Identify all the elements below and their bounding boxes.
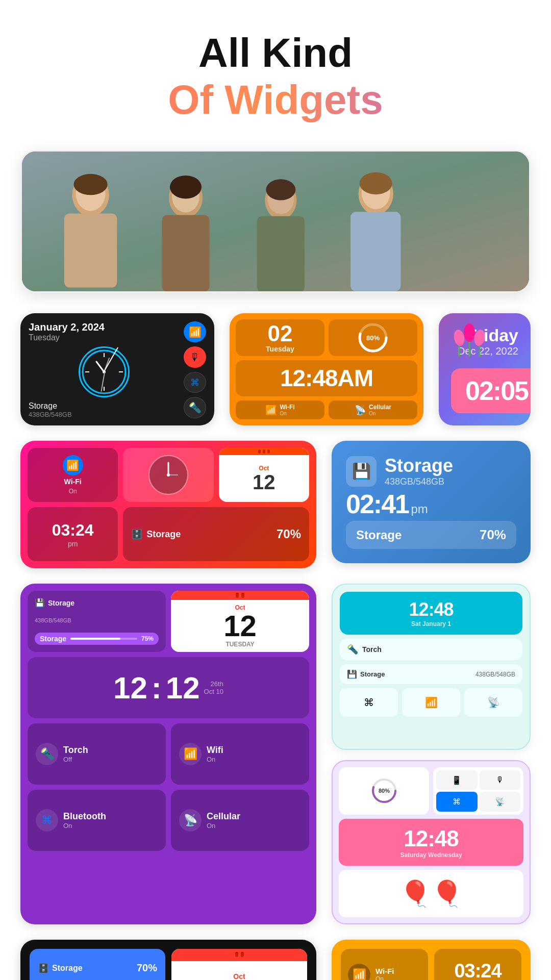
wifi-icon[interactable]: 📶 <box>184 321 206 342</box>
row-2: 📶 Wi-Fi On <box>20 441 531 568</box>
svg-point-46 <box>473 329 486 347</box>
orange-time-display: 12:48AM <box>236 360 417 397</box>
pink-cal-num: 12 <box>253 472 276 492</box>
svg-rect-19 <box>162 215 209 291</box>
pm-icon-1[interactable]: 📱 <box>436 770 478 790</box>
svg-point-44 <box>453 329 465 347</box>
purple-storage-pct: 75% <box>141 635 154 642</box>
black-storage-label: Storage <box>52 964 83 973</box>
purple-storage-label: Storage <box>48 599 74 607</box>
teal-wifi-btn[interactable]: 📶 <box>402 688 460 717</box>
ob-wifi-label: Wi-Fi <box>375 967 394 975</box>
podcast-icon[interactable]: 🎙 <box>184 346 206 367</box>
orange-wifi-label: Wi-Fi <box>280 404 294 411</box>
teal-bluetooth-btn[interactable]: ⌘ <box>340 688 398 717</box>
purple-torch-label: Torch <box>63 745 88 756</box>
orange-cellular-label: Cellular <box>369 404 391 411</box>
tulip-decoration <box>449 318 490 359</box>
teal-podcast-btn[interactable]: 📡 <box>464 688 522 717</box>
pink-ampm: pm <box>68 540 78 548</box>
orange-cellular-status: On <box>369 411 391 416</box>
header: All Kind Of Widgets <box>20 31 531 124</box>
purple-calendar: Oct 12 TUESDAY <box>171 591 309 652</box>
teal-torch-row[interactable]: 🔦 Torch <box>340 639 522 660</box>
right-mini-column: 12:48 Sat January 1 🔦 Torch 💾 Storage 43… <box>332 584 531 924</box>
storage-value: 438GB/548GB <box>29 411 180 418</box>
torch-icon[interactable]: 🔦 <box>184 397 206 418</box>
purple-bluetooth-cell[interactable]: ⌘ Bluetooth On <box>28 790 166 851</box>
widget-orange-bottom: 📶 Wi-Fi On 03:24 pm 📡 Cellular On <box>332 940 531 980</box>
svg-point-45 <box>464 323 475 342</box>
teal-time-row: 12:48 Sat January 1 <box>340 592 522 635</box>
svg-point-37 <box>103 370 106 373</box>
orange-bottom-time: 03:24 pm <box>434 949 521 980</box>
storage-label: Storage <box>29 401 180 411</box>
bluetooth-icon[interactable]: ⌘ <box>184 372 206 393</box>
orange-wifi-status: On <box>280 411 294 416</box>
blue-storage-label: Storage <box>356 528 402 542</box>
orange-wifi-chip[interactable]: 📶 Wi-Fi On <box>236 400 324 419</box>
blue-storage-top: 💾 Storage 438GB/548GB <box>346 455 516 487</box>
clock-day: Tuesday <box>29 333 180 342</box>
purple-bluetooth-status: On <box>63 822 106 830</box>
widget-black-bottom: 🗄️ Storage 70% Oct 12 TUESDAY <box>20 940 316 980</box>
pink-calendar-cell: Oct 12 <box>219 448 309 502</box>
widget-purple-flower: Friday Dec 22, 2022 02:05 <box>439 313 531 425</box>
pm-big-time: 12:48 <box>404 826 459 851</box>
pm-battery-cell: 80% <box>339 767 429 815</box>
pink-time-cell: 03:24 pm <box>28 507 118 561</box>
orange-cellular-chip[interactable]: 📡 Cellular On <box>329 400 417 419</box>
black-calendar: Oct 12 TUESDAY <box>171 949 307 980</box>
purple-torch-cell[interactable]: 🔦 Torch Off <box>28 723 166 785</box>
widget-dark-clock: January 2, 2024 Tuesday 📶 🎙 ⌘ 🔦 <box>20 313 214 425</box>
purple-wifi-cell[interactable]: 📶 Wifi On <box>171 723 309 785</box>
teal-time: 12:48 <box>409 599 453 620</box>
header-line2: Of Widgets <box>20 76 531 124</box>
blue-time-display: 02:41 pm <box>346 489 516 519</box>
widget-pink-grid: 📶 Wi-Fi On <box>20 441 316 568</box>
orange-battery: 80% <box>329 319 417 356</box>
purple-cal-num: 12 <box>223 611 257 641</box>
purple-cellular-cell[interactable]: 📡 Cellular On <box>171 790 309 851</box>
pink-storage-label: Storage <box>146 529 181 540</box>
purple-time-m: 12 <box>166 670 200 706</box>
row-3: 💾 Storage 438GB/548GB Storage 75% <box>20 584 531 924</box>
ob-wifi-status: On <box>375 975 394 980</box>
pm-icon-4[interactable]: 📡 <box>480 792 521 811</box>
widget-purple-mini: 80% 📱 🎙 ⌘ 📡 12:48 Saturday Wednesday <box>332 760 531 924</box>
svg-point-21 <box>170 175 202 199</box>
pink-storage-bar: 🗄️ Storage 70% <box>123 507 309 561</box>
pm-time-cell: 12:48 Saturday Wednesday <box>339 819 523 866</box>
clock-date: January 2, 2024 <box>29 321 180 333</box>
pm-icon-3[interactable]: ⌘ <box>436 792 478 811</box>
purple-bluetooth-label: Bluetooth <box>63 811 106 822</box>
teal-storage-row: 💾 Storage 438GB/548GB <box>340 664 522 684</box>
orange-day-name: Tuesday <box>266 345 294 353</box>
row-4: 🗄️ Storage 70% Oct 12 TUESDAY <box>20 940 531 980</box>
svg-point-29 <box>360 172 392 194</box>
widget-purple-multi: 💾 Storage 438GB/548GB Storage 75% <box>20 584 316 924</box>
pink-time: 03:24 <box>52 521 94 540</box>
balloon-icon: 🎈🎈 <box>399 879 463 909</box>
pink-clock-cell <box>123 448 213 502</box>
svg-rect-15 <box>64 213 117 287</box>
pink-wifi-cell[interactable]: 📶 Wi-Fi On <box>28 448 118 502</box>
blue-storage-pct: 70% <box>480 527 506 543</box>
orange-time: 12:48AM <box>280 364 373 392</box>
blue-storage-icon: 💾 <box>346 456 377 487</box>
widget-orange-calendar: 02 Tuesday 80% 12:48AM 📶 Wi- <box>230 313 423 425</box>
ob-time: 03:24 <box>454 960 501 981</box>
teal-date: Sat January 1 <box>411 620 451 627</box>
svg-point-25 <box>266 179 295 200</box>
orange-bottom-wifi[interactable]: 📶 Wi-Fi On <box>341 949 428 980</box>
purple-time-h: 12 <box>113 670 147 706</box>
svg-text:80%: 80% <box>378 788 389 794</box>
pm-icons-cell: 📱 🎙 ⌘ 📡 <box>433 767 523 815</box>
purple-cellular-label: Cellular <box>207 811 240 822</box>
orange-day-num: 02 <box>268 322 293 345</box>
analog-clock <box>79 346 130 397</box>
pm-icon-2[interactable]: 🎙 <box>480 770 521 790</box>
orange-date-box: 02 Tuesday <box>236 319 324 356</box>
blue-time: 02:41 <box>346 489 409 519</box>
black-storage-bar: 🗄️ Storage 70% <box>30 949 165 980</box>
